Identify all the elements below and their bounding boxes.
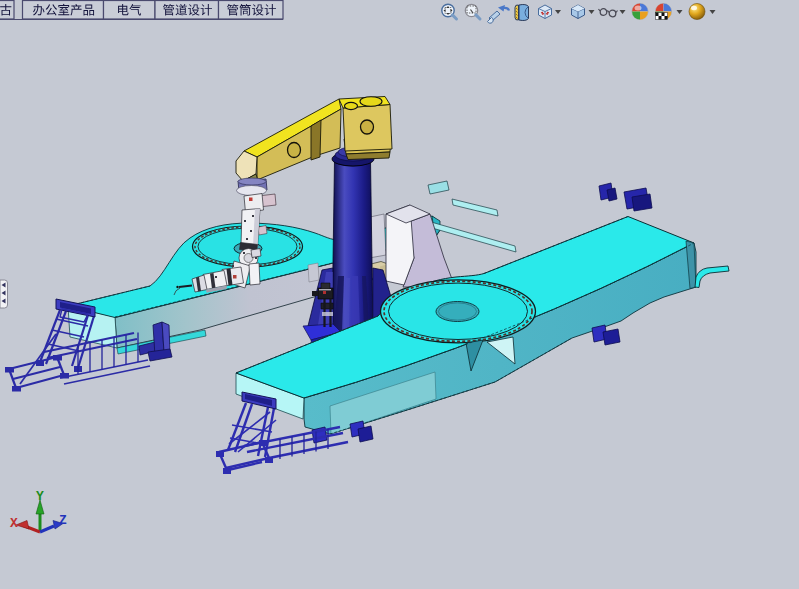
svg-text:Y: Y	[36, 489, 44, 504]
svg-text:Z: Z	[59, 513, 67, 528]
svg-text:X: X	[10, 516, 18, 531]
